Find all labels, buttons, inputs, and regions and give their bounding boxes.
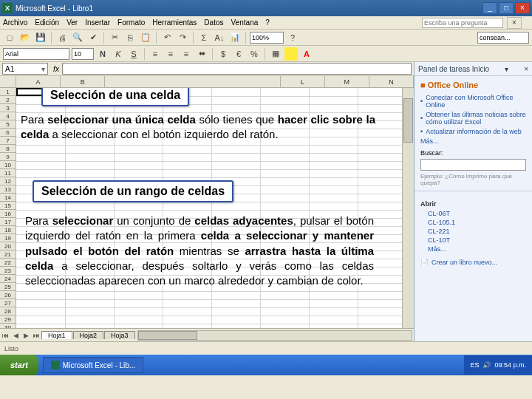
align-right-icon[interactable]: ≡ (180, 47, 193, 61)
tab-next-icon[interactable]: ▶ (21, 332, 31, 339)
row-header[interactable]: 19 (0, 234, 16, 242)
tray-icon[interactable]: 🔊 (482, 361, 491, 369)
save-icon[interactable]: 💾 (34, 31, 47, 44)
formula-input[interactable] (62, 63, 412, 75)
align-center-icon[interactable]: ≡ (164, 47, 177, 61)
col-header[interactable]: L (281, 76, 325, 87)
row-header[interactable]: 9 (0, 153, 16, 161)
font-size-select[interactable] (72, 48, 94, 60)
row-header[interactable]: 11 (0, 169, 16, 177)
close-button[interactable]: × (515, 2, 530, 14)
currency-icon[interactable]: $ (216, 47, 230, 61)
row-header[interactable]: 2 (0, 96, 16, 104)
row-header[interactable]: 24 (0, 275, 16, 283)
italic-icon[interactable]: K (112, 47, 125, 61)
minimize-button[interactable]: _ (482, 2, 497, 14)
row-header[interactable]: 16 (0, 210, 16, 218)
conditional-box[interactable] (477, 32, 529, 44)
fx-icon[interactable]: fx (50, 65, 62, 73)
taskpane-link[interactable]: • Conectar con Microsoft Office Online (420, 94, 526, 109)
taskpane-close-icon[interactable]: × (524, 65, 528, 73)
col-header[interactable]: B (61, 76, 105, 87)
row-header[interactable]: 1 (0, 88, 16, 96)
row-header[interactable]: 10 (0, 161, 16, 169)
row-header[interactable]: 18 (0, 226, 16, 234)
menu-tools[interactable]: Herramientas (152, 18, 197, 27)
merge-icon[interactable]: ⬌ (195, 47, 208, 61)
row-header[interactable]: 20 (0, 242, 16, 250)
row-header[interactable]: 27 (0, 299, 16, 307)
print-icon[interactable]: 🖨 (55, 31, 69, 44)
row-header[interactable]: 5 (0, 120, 16, 129)
row-header[interactable]: 4 (0, 112, 16, 120)
help-icon[interactable]: ? (286, 31, 299, 44)
paste-icon[interactable]: 📋 (139, 31, 152, 44)
menu-file[interactable]: Archivo (3, 18, 27, 27)
menu-help[interactable]: ? (265, 18, 270, 27)
chart-icon[interactable]: 📊 (228, 31, 242, 44)
fontcolor-icon[interactable]: A (300, 47, 313, 61)
col-header[interactable]: M (325, 76, 369, 87)
sheet-tab[interactable]: Hoja3 (104, 331, 135, 339)
row-header[interactable]: 14 (0, 194, 16, 202)
cell-grid[interactable]: Selección de una celda Para seleccionar … (16, 88, 402, 328)
row-header[interactable]: 21 (0, 250, 16, 259)
cut-icon[interactable]: ✂ (108, 31, 121, 44)
select-all-button[interactable] (0, 76, 16, 87)
horizontal-scrollbar[interactable] (137, 330, 412, 341)
row-header[interactable]: 7 (0, 137, 16, 145)
tab-first-icon[interactable]: ⏮ (0, 332, 10, 339)
system-tray[interactable]: ES 🔊 09:54 p.m. (464, 355, 532, 375)
row-header[interactable]: 23 (0, 267, 16, 275)
euro-icon[interactable]: € (232, 47, 245, 61)
taskpane-link[interactable]: • Obtener las últimas noticias sobre cóm… (420, 111, 526, 126)
undo-icon[interactable]: ↶ (160, 31, 174, 44)
row-header[interactable]: 15 (0, 202, 16, 210)
percent-icon[interactable]: % (248, 47, 261, 61)
tab-last-icon[interactable]: ⏭ (31, 332, 41, 339)
recent-file[interactable]: CL-105.1 (428, 219, 526, 226)
copy-icon[interactable]: ⎘ (123, 31, 137, 44)
align-left-icon[interactable]: ≡ (149, 47, 162, 61)
menu-view[interactable]: Ver (66, 18, 78, 27)
row-header[interactable]: 6 (0, 129, 16, 137)
recent-file[interactable]: CL-10T (428, 236, 526, 244)
col-header[interactable]: A (16, 76, 61, 87)
col-header[interactable] (105, 76, 280, 87)
row-header[interactable]: 22 (0, 259, 16, 267)
start-button[interactable]: start (0, 355, 38, 375)
taskbar-item[interactable]: Microsoft Excel - Lib... (43, 357, 143, 373)
font-family-select[interactable] (3, 48, 69, 60)
menu-window[interactable]: Ventana (231, 18, 258, 27)
new-workbook-link[interactable]: 📄 Crear un libro nuevo... (420, 259, 526, 266)
row-header[interactable]: 25 (0, 283, 16, 291)
zoom-select[interactable] (250, 32, 284, 44)
recent-more[interactable]: Más... (428, 245, 526, 253)
vertical-scrollbar[interactable] (402, 88, 414, 328)
sheet-tab[interactable]: Hoja2 (73, 331, 104, 339)
col-header[interactable]: N (369, 76, 414, 87)
row-header[interactable]: 26 (0, 291, 16, 299)
row-header[interactable]: 30 (0, 324, 16, 328)
taskpane-link[interactable]: • Actualizar información de la web (420, 128, 526, 135)
spell-icon[interactable]: ✔ (86, 31, 100, 44)
sum-icon[interactable]: Σ (197, 31, 211, 44)
fillcolor-icon[interactable] (284, 47, 298, 61)
recent-file[interactable]: CL-221 (428, 228, 526, 235)
help-search-input[interactable] (422, 18, 503, 28)
menu-data[interactable]: Datos (204, 18, 223, 27)
row-header[interactable]: 29 (0, 316, 16, 324)
menu-format[interactable]: Formato (117, 18, 145, 27)
preview-icon[interactable]: 🔍 (71, 31, 84, 44)
row-header[interactable]: 17 (0, 218, 16, 226)
open-icon[interactable]: 📂 (18, 31, 32, 44)
lang-indicator[interactable]: ES (470, 361, 479, 369)
taskpane-link[interactable]: Más... (420, 137, 526, 145)
taskpane-search-input[interactable] (420, 159, 526, 171)
redo-icon[interactable]: ↷ (176, 31, 189, 44)
bold-icon[interactable]: N (96, 47, 109, 61)
row-header[interactable]: 13 (0, 185, 16, 194)
menu-edit[interactable]: Edición (35, 18, 59, 27)
name-box[interactable]: A1▾ (2, 63, 48, 75)
tab-prev-icon[interactable]: ◀ (10, 332, 21, 339)
